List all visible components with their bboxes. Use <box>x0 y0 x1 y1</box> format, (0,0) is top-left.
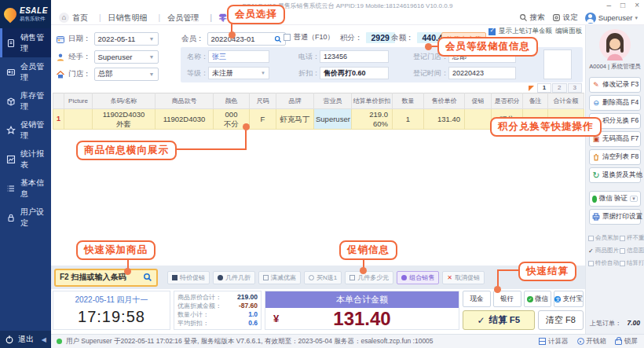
user-menu[interactable]: Superuser ▾ <box>585 13 638 24</box>
member-phone-input[interactable]: 123456 <box>320 50 389 63</box>
col-barcode-name[interactable]: 条码/名称 <box>93 93 156 109</box>
search-icon[interactable] <box>143 273 152 282</box>
col-unit-price[interactable]: 售价单价 <box>424 93 465 109</box>
checkbox-icon <box>588 236 594 241</box>
tab-daily-sales[interactable]: | 日销售明细 <box>99 13 148 24</box>
col-brand[interactable]: 品牌 <box>276 93 314 109</box>
minimize-button[interactable]: – <box>607 0 612 11</box>
maximize-button[interactable]: □ <box>620 0 625 11</box>
option-label: 会员累加 <box>595 234 619 242</box>
edit-record-button[interactable]: ✎修改记录 F3 <box>589 77 641 93</box>
sidebar-item-inventory[interactable]: 库存管理 <box>0 86 51 115</box>
clear-button[interactable]: 清空 F8 <box>538 310 584 330</box>
col-clerk[interactable]: 营业员 <box>314 93 352 109</box>
promo-qty-discount[interactable]: 几件几折 <box>213 271 255 284</box>
option-member-accumulate[interactable]: 会员累加 <box>588 234 619 242</box>
member-input[interactable]: 20220423-01 <box>207 32 286 46</box>
clear-list-button[interactable]: 清空列表 F8 <box>589 149 641 165</box>
edit-panel-link[interactable]: 编辑面板 <box>555 27 582 36</box>
promo-cancel[interactable]: ✕取消促销 <box>442 271 485 284</box>
online-status-icon <box>57 339 62 344</box>
option-special-auto[interactable]: 特价自动 <box>588 259 619 267</box>
option-product-image[interactable]: ✓商品图片 <box>588 247 619 255</box>
store-select[interactable]: 总部▼ <box>94 68 159 81</box>
pay-wechat-button[interactable]: ✓微信 <box>524 291 552 307</box>
app-logo: ESALE 易售乐软件 <box>0 0 51 28</box>
settings-button[interactable]: 设定 <box>552 13 578 23</box>
col-remark[interactable]: 备注 <box>523 93 548 109</box>
sidebar-item-members[interactable]: 会员管理 <box>0 57 51 86</box>
close-button[interactable]: × <box>635 0 639 11</box>
check-icon: ✓ <box>588 248 594 254</box>
grid-tab-2[interactable]: 2 <box>552 83 566 93</box>
promo-buy-n-get-1[interactable]: 买N送1 <box>304 271 342 284</box>
sidebar-item-reports[interactable]: 统计报表 <box>0 145 51 174</box>
col-price-discount[interactable]: 结算单价折扣 <box>352 93 393 109</box>
col-color[interactable]: 颜色 <box>214 93 250 109</box>
col-qty[interactable]: 数量 <box>393 93 424 109</box>
tab-member-management[interactable]: | 会员管理 <box>159 13 199 24</box>
pay-bank-button[interactable]: 银行 <box>493 291 521 307</box>
date-select[interactable]: 2022-05-11▼ <box>94 32 159 46</box>
pay-cash-button[interactable]: 现金 <box>463 291 491 307</box>
delete-item-button[interactable]: ⊖删除商品 F4 <box>589 95 641 111</box>
col-style[interactable]: 商品款号 <box>156 93 214 109</box>
exit-button[interactable]: 退出 ◀ <box>0 331 51 348</box>
normal-mode-option[interactable]: 普通（F10） <box>284 32 335 42</box>
grid-tab-1[interactable]: 1 <box>537 83 551 93</box>
grid-tab-3[interactable]: 3 <box>568 83 582 93</box>
promo-combo-sale[interactable]: 组合销售 <box>397 271 439 284</box>
sidebar-item-user-settings[interactable]: 用户设定 <box>0 203 51 232</box>
col-promo[interactable]: 促销 <box>465 93 492 109</box>
calculator-button[interactable]: 计算器 <box>539 337 569 346</box>
member-level-select[interactable]: 未注册▼ <box>208 67 269 79</box>
promo-special-price[interactable]: 特价促销 <box>167 271 210 284</box>
option-info-panel[interactable]: 信息面板 <box>620 247 644 255</box>
barcode-input[interactable]: F2 扫描或输入条码 <box>54 269 158 287</box>
checkbox-icon <box>620 248 625 254</box>
pay-alipay-button[interactable]: 支支付宝 <box>554 291 584 307</box>
handler-select[interactable]: Superuser▼ <box>94 50 159 64</box>
annotation-item-row-display: 商品信息横向展示 <box>76 141 177 160</box>
reg-time-field: 登记时间： 20220423 <box>413 67 516 79</box>
option-scale-no-repeat[interactable]: 秤不重复 <box>620 234 644 242</box>
checkbox-icon <box>620 236 625 241</box>
checkbox-icon[interactable] <box>284 34 291 41</box>
option-settle-print[interactable]: 结算打印 <box>620 259 644 267</box>
col-points[interactable]: 是否积分 <box>492 93 523 109</box>
collapse-arrow-icon[interactable]: ◀ <box>42 336 46 343</box>
promo-label: 特价促销 <box>180 273 205 282</box>
returns-other-button[interactable]: ↻退换货及其他 <box>589 167 641 183</box>
col-total[interactable]: 合计金额 <box>548 93 584 109</box>
member-discount-field: 折扣： 售价再打0.60 <box>298 67 389 79</box>
checkbox-checked-icon[interactable] <box>488 28 496 35</box>
open-drawer-button[interactable]: 开钱箱 <box>577 337 607 346</box>
sidebar-item-basic-info[interactable]: 基本信息 <box>0 174 51 203</box>
summary-orig-total: 商品原价合计：219.00 <box>177 293 258 302</box>
receipt-print-settings-button[interactable]: 票据打印设置 <box>589 209 641 225</box>
search-icon[interactable] <box>274 35 282 43</box>
promo-spend-save[interactable]: 满减优惠 <box>258 271 301 284</box>
tab-home[interactable]: ⌂ 首页 <box>59 13 88 24</box>
pay-label: 银行 <box>500 295 514 304</box>
sidebar-item-sales[interactable]: 销售管理 <box>0 28 51 57</box>
sidebar-item-promotion[interactable]: 促销管理 <box>0 115 51 145</box>
order-summary: 商品原价合计：219.00 优惠折减金额：-87.60 数量小计：1.0 平均折… <box>174 291 262 330</box>
wechat-phone-icon <box>592 196 597 203</box>
settle-label: 结算 F5 <box>489 314 521 326</box>
current-time: 17:19:58 <box>53 308 170 326</box>
chevron-down-icon[interactable]: ▼ <box>630 196 638 202</box>
settle-button[interactable]: ✓结算 F5 <box>463 310 535 330</box>
wechat-verify-button[interactable]: 微信 验证▼ <box>589 191 641 207</box>
search-button[interactable]: 搜索 <box>519 13 545 23</box>
col-size[interactable]: 尺码 <box>250 93 276 109</box>
show-last-order-option[interactable]: 显示上笔订单金额 编辑面板 <box>488 27 582 36</box>
item-orig-price: 219.0 <box>353 110 388 119</box>
member-name-input[interactable]: 张三 <box>208 50 269 63</box>
lock-screen-button[interactable]: 锁屏 <box>615 337 638 346</box>
col-rownum <box>53 93 64 109</box>
cell-unit-price: 131.40 <box>424 109 465 130</box>
promo-n-for-amount[interactable]: 几件多少元 <box>345 271 393 284</box>
col-picture[interactable]: Picture <box>64 93 93 109</box>
summary-value: -87.60 <box>239 302 258 310</box>
